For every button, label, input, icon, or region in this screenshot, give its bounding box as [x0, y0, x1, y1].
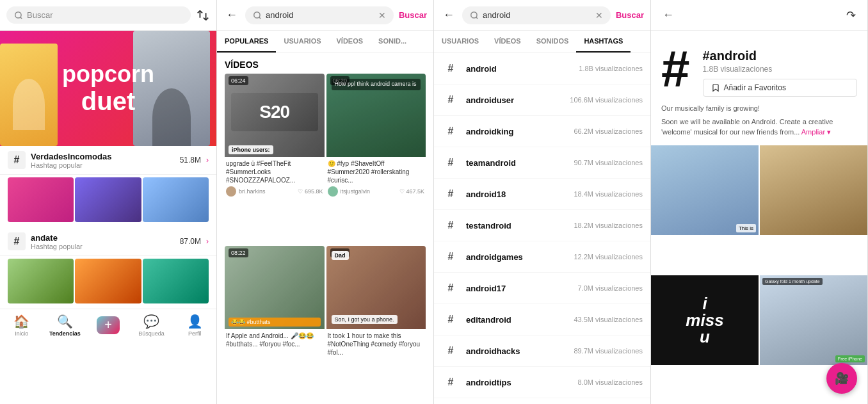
- hl-item-5[interactable]: # testandroid 18.2M visualizaciones: [434, 210, 650, 241]
- thumb-6[interactable]: [143, 259, 209, 303]
- video-duration-3: 08:22: [229, 248, 248, 257]
- thumb-1[interactable]: [8, 177, 74, 222]
- android-search-bar-3: ← android ✕ Buscar: [434, 0, 650, 31]
- hashtag-detail-name: #android: [703, 49, 858, 63]
- hl-item-6[interactable]: # androidgames 12.2M visualizaciones: [434, 241, 650, 273]
- back-button-2[interactable]: ←: [223, 8, 240, 22]
- video-info-2: 🙂 #fyp #ShaveItOff #Summer2020 #rollersk…: [326, 157, 426, 200]
- thumb-2[interactable]: [75, 177, 141, 222]
- home-search-input[interactable]: Buscar: [6, 6, 191, 24]
- nav-item-profile[interactable]: 👤 Perfil: [173, 309, 216, 341]
- hash-sym-1: #: [442, 91, 460, 109]
- video-meta-2: itsjustgalvin ♡ 467.5K: [328, 186, 425, 197]
- nav-profile-label: Perfil: [188, 330, 202, 337]
- home-search-bar: Buscar: [0, 0, 216, 31]
- buscar-button-2[interactable]: Buscar: [399, 10, 427, 20]
- detail-thumb-1[interactable]: This is: [651, 145, 759, 235]
- profile-icon: 👤: [187, 314, 203, 329]
- tab-videos-3[interactable]: VÍDEOS: [486, 31, 529, 53]
- tab-hashtags-3[interactable]: HASHTAGS: [576, 31, 631, 53]
- avatar-2: [328, 186, 338, 197]
- android-search-input-2[interactable]: android ✕: [245, 6, 394, 24]
- video-card-4[interactable]: 06:04 Dad Son, I got you a phone. It too…: [326, 246, 426, 404]
- tab-sonidos[interactable]: SONID...: [371, 31, 414, 53]
- nav-item-home[interactable]: 🏠 Inicio: [0, 309, 44, 341]
- tab-populares[interactable]: POPULARES: [217, 31, 276, 53]
- video-desc-2: 🙂 #fyp #ShaveItOff #Summer2020 #rollersk…: [328, 159, 425, 184]
- video-card-1[interactable]: 06:24 iPhone users: S20 upgrade ü #FeelT…: [225, 74, 325, 244]
- video-grid: 06:24 iPhone users: S20 upgrade ü #FeelT…: [217, 74, 433, 404]
- hashtag-detail-views: 1.8B visualizaciones: [703, 65, 858, 74]
- tabs-bar-3: USUARIOS VÍDEOS SONIDOS HASHTAGS: [434, 31, 650, 53]
- buscar-button-3[interactable]: Buscar: [616, 10, 644, 20]
- swap-icon[interactable]: [196, 8, 210, 22]
- add-fav-label: Añadir a Favoritos: [724, 83, 786, 92]
- nav-item-search[interactable]: 🔍 Tendencias: [44, 309, 87, 341]
- search-icon-2: [253, 11, 262, 20]
- video-desc-1: upgrade ü #FeelTheFit #SummerLooks #SNOO…: [226, 159, 323, 184]
- nav-item-friends[interactable]: 💬 Búsqueda: [130, 309, 173, 341]
- detail-thumb-2[interactable]: [760, 145, 867, 235]
- hl-item-0[interactable]: # android 1.8B visualizaciones: [434, 53, 650, 85]
- add-favorites-button[interactable]: Añadir a Favoritos: [703, 79, 858, 97]
- hash-sym-9: #: [442, 342, 460, 360]
- hash-sym-10: #: [442, 373, 460, 391]
- hash-sym-2: #: [442, 122, 460, 140]
- detail-thumb-grid: This is imissu Galaxy fold 1 month updat…: [651, 145, 867, 405]
- add-button[interactable]: +: [97, 316, 120, 334]
- bottom-nav: 🏠 Inicio 🔍 Tendencias + 💬 Búsqueda 👤 Per…: [0, 309, 216, 341]
- expand-link[interactable]: Ampliar ▾: [801, 128, 831, 136]
- back-button-4[interactable]: ←: [660, 8, 677, 22]
- hashtag-item-1[interactable]: # VerdadesIncomodas Hashtag popular 51.8…: [0, 146, 216, 175]
- hash-symbol-2: #: [8, 232, 26, 250]
- hl-item-9[interactable]: # androidhacks 89.7M visualizaciones: [434, 335, 650, 367]
- search-icon-3: [470, 11, 479, 20]
- hl-item-3[interactable]: # teamandroid 90.7M visualizaciones: [434, 147, 650, 179]
- hash-sym-4: #: [442, 185, 460, 203]
- thumb-4[interactable]: [8, 259, 74, 303]
- friends-icon: 💬: [143, 314, 159, 329]
- back-button-3[interactable]: ←: [440, 8, 457, 22]
- video-desc-3: If Apple and Android... 🎤😂😂 #butthats...…: [226, 332, 323, 348]
- section-title: VÍDEOS: [217, 53, 433, 74]
- android-search-input-3[interactable]: android ✕: [462, 6, 611, 24]
- tab-usuarios[interactable]: USUARIOS: [276, 31, 328, 53]
- panel-android-hashtags: ← android ✕ Buscar USUARIOS VÍDEOS SONID…: [434, 0, 651, 404]
- clear-button-2[interactable]: ✕: [378, 10, 386, 20]
- video-likes-2: ♡ 467.5K: [399, 188, 424, 195]
- search-value-2: android: [266, 10, 374, 20]
- video-label-1: iPhone users:: [229, 145, 273, 154]
- hl-item-8[interactable]: # editandroid 43.5M visualizaciones: [434, 304, 650, 335]
- hashtag-detail-header: # #android 1.8B visualizaciones Añadir a…: [651, 31, 867, 103]
- camera-button[interactable]: 🎥: [826, 363, 857, 394]
- home-icon: 🏠: [13, 314, 29, 329]
- hashtag-info-2: andate Hashtag popular: [31, 233, 175, 250]
- hero-person-left: [0, 44, 58, 146]
- nav-item-add[interactable]: +: [86, 309, 130, 341]
- clear-button-3[interactable]: ✕: [595, 10, 603, 20]
- hl-item-1[interactable]: # androiduser 106.6M visualizaciones: [434, 85, 650, 116]
- thumb-3[interactable]: [143, 177, 209, 222]
- video-card-2[interactable]: 06:20 How ppl think android camera is 🙂 …: [326, 74, 426, 244]
- hl-item-10[interactable]: # androidtips 8.0M visualizaciones: [434, 367, 650, 398]
- hl-item-2[interactable]: # androidking 66.2M visualizaciones: [434, 116, 650, 147]
- hl-item-11[interactable]: # androidgang 8.2M visualizaciones: [434, 398, 650, 404]
- tab-sonidos-3[interactable]: SONIDOS: [529, 31, 577, 53]
- camera-icon: 🎥: [835, 371, 849, 385]
- forward-button-4[interactable]: ↷: [844, 8, 858, 22]
- hl-item-7[interactable]: # android17 7.0M visualizaciones: [434, 273, 650, 304]
- hl-item-4[interactable]: # android18 18.4M visualizaciones: [434, 179, 650, 210]
- hashtag-item-2[interactable]: # andate Hashtag popular 87.0M ›: [0, 227, 216, 256]
- hero-text: popcorn duet: [62, 61, 154, 115]
- video-info-1: upgrade ü #FeelTheFit #SummerLooks #SNOO…: [225, 157, 325, 200]
- tab-usuarios-3[interactable]: USUARIOS: [434, 31, 486, 53]
- video-info-4: It took 1 hour to make this #NotOneThing…: [326, 329, 426, 360]
- thumb-5[interactable]: [75, 259, 141, 303]
- tab-videos[interactable]: VÍDEOS: [329, 31, 371, 53]
- svg-point-4: [471, 12, 477, 17]
- video-card-3[interactable]: 08:22 😂😂 #butthats If Apple and Android.…: [225, 246, 325, 404]
- detail-thumb-3[interactable]: imissu: [651, 275, 759, 365]
- hash-sym-8: #: [442, 311, 460, 328]
- hashtag-description: Our musically family is growing! Soon we…: [651, 103, 867, 145]
- detail-thumb-4[interactable]: Galaxy fold 1 month update Free iPhone: [760, 275, 867, 365]
